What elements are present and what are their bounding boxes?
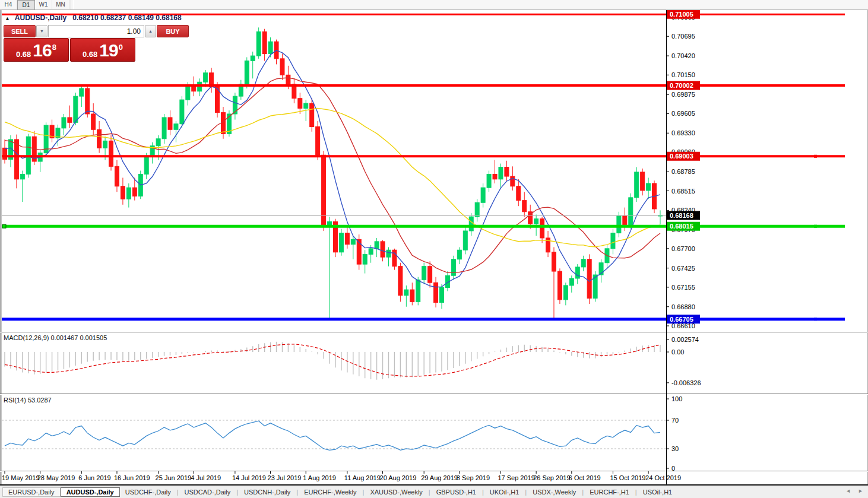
chart-canvas[interactable]: 0.709650.706950.704200.701500.698750.696… bbox=[0, 0, 868, 498]
date-axis-label: 28 May 2019 bbox=[37, 474, 75, 481]
buy-button[interactable]: BUY bbox=[157, 25, 189, 37]
buy-price-pips: 19 bbox=[99, 42, 118, 59]
macd-indicator-label: MACD(12,26,9) 0.001467 0.001505 bbox=[4, 334, 107, 341]
level-line-handle[interactable] bbox=[2, 224, 6, 228]
tab-eurchf-h1[interactable]: EURCHF-,H1 bbox=[584, 488, 635, 496]
toolbar-separator bbox=[71, 0, 74, 9]
trading-platform-window: { "toolbar": { "timeframes": [ {"label":… bbox=[0, 0, 868, 498]
price-axis-label: 0.69875 bbox=[671, 91, 695, 98]
price-axis-label: 0.69605 bbox=[671, 110, 695, 117]
price-badge-label: 0.68168 bbox=[670, 212, 693, 219]
price-axis-label: 0.70420 bbox=[671, 52, 695, 59]
date-axis-label: 29 Aug 2019 bbox=[421, 474, 458, 481]
price-axis-label: 0.70695 bbox=[671, 33, 695, 40]
macd-axis-label: 0.00 bbox=[671, 348, 684, 356]
rsi-axis-label: 30 bbox=[671, 445, 679, 452]
date-axis-label: 25 Jun 2019 bbox=[156, 474, 192, 481]
price-axis-label: 0.70150 bbox=[671, 71, 695, 78]
sell-price-point: 8 bbox=[52, 43, 56, 51]
volume-increase-button[interactable]: ▲ bbox=[145, 25, 156, 37]
price-badge-label: 0.70002 bbox=[670, 82, 693, 89]
level-line-handle[interactable] bbox=[814, 318, 817, 321]
date-axis-label: 17 Sep 2019 bbox=[498, 474, 534, 481]
price-axis-label: 0.67425 bbox=[671, 265, 695, 272]
price-badge-label: 0.71005 bbox=[670, 11, 693, 18]
tab-xauusd-weekly[interactable]: XAUUSD-,Weekly bbox=[365, 488, 427, 496]
date-axis-label: 4 Jul 2019 bbox=[191, 474, 221, 481]
date-axis-label: 19 May 2019 bbox=[2, 474, 40, 481]
sell-price-pips: 16 bbox=[33, 42, 51, 59]
level-line-handle[interactable] bbox=[814, 155, 817, 158]
chart-window-background bbox=[1, 10, 868, 486]
date-axis-label: 14 Jul 2019 bbox=[232, 474, 266, 481]
chart-ohlc-values: 0.68210 0.68237 0.68149 0.68168 bbox=[72, 14, 182, 22]
date-axis-label: 20 Aug 2019 bbox=[380, 474, 417, 481]
tab-gbpusd-h1[interactable]: GBPUSD-,H1 bbox=[431, 488, 481, 496]
symbol-tab-bar: EURUSD-,DailyAUDUSD-,DailyUSDCHF-,Daily|… bbox=[0, 486, 868, 498]
date-axis-label: 26 Sep 2019 bbox=[533, 474, 570, 481]
collapse-triangle-icon[interactable]: ▲ bbox=[5, 15, 10, 21]
tab-scroll-left-icon[interactable]: ◄ bbox=[845, 488, 851, 494]
buy-price-panel[interactable]: 0.68 19 0 bbox=[70, 38, 135, 62]
date-axis-label: 11 Aug 2019 bbox=[344, 474, 381, 481]
tab-ukoil-h1[interactable]: UKOil-,H1 bbox=[484, 488, 525, 496]
tab-usdcad-daily[interactable]: USDCAD-,Daily bbox=[179, 488, 236, 496]
price-axis-label: 0.67700 bbox=[671, 245, 695, 252]
tab-eurchf-weekly[interactable]: EURCHF-,Weekly bbox=[299, 488, 362, 496]
sell-button[interactable]: SELL bbox=[4, 25, 36, 37]
timeframe-button-h4[interactable]: H4 bbox=[0, 0, 17, 9]
timeframe-button-w1[interactable]: W1 bbox=[35, 0, 52, 9]
rsi-axis-label: 100 bbox=[671, 395, 682, 402]
tab-audusd-daily[interactable]: AUDUSD-,Daily bbox=[61, 487, 120, 497]
date-axis-label: 23 Jul 2019 bbox=[268, 474, 302, 481]
price-axis-label: 0.69330 bbox=[671, 129, 695, 137]
rsi-indicator-label: RSI(14) 53.0287 bbox=[4, 397, 52, 404]
tab-scroll-controls: ◄ ► bbox=[845, 488, 863, 494]
sell-price-prefix: 0.68 bbox=[16, 50, 31, 58]
arrow-up-icon: ▲ bbox=[148, 29, 153, 33]
price-axis-label: 0.68515 bbox=[671, 188, 695, 195]
date-axis-label: 8 Sep 2019 bbox=[457, 474, 490, 481]
level-line-handle[interactable] bbox=[814, 225, 817, 228]
tab-usdcnh-daily[interactable]: USDCNH-,Daily bbox=[239, 488, 296, 496]
chart-title: ▲ AUDUSD-,Daily 0.68210 0.68237 0.68149 … bbox=[5, 14, 182, 22]
timeframe-toolbar: H4D1W1MN bbox=[0, 0, 868, 10]
date-axis-label: 16 Jun 2019 bbox=[114, 474, 150, 481]
macd-axis-label: -0.006326 bbox=[671, 379, 701, 386]
date-axis-label: 15 Oct 2019 bbox=[610, 474, 645, 481]
price-badge-label: 0.69003 bbox=[670, 153, 693, 160]
timeframe-button-d1[interactable]: D1 bbox=[17, 0, 35, 10]
date-axis-label: 6 Jun 2019 bbox=[78, 474, 110, 481]
date-axis-label: 1 Aug 2019 bbox=[303, 474, 336, 481]
tab-usdchf-daily[interactable]: USDCHF-,Daily bbox=[120, 488, 176, 496]
macd-axis-label: 0.002574 bbox=[671, 336, 699, 343]
tab-scroll-right-icon[interactable]: ► bbox=[858, 488, 863, 494]
rsi-axis-label: 0 bbox=[671, 465, 675, 472]
volume-input[interactable] bbox=[48, 25, 144, 37]
timeframe-button-mn[interactable]: MN bbox=[52, 0, 69, 9]
price-axis-label: 0.66880 bbox=[671, 303, 695, 310]
price-badge-label: 0.66705 bbox=[670, 316, 693, 323]
date-axis-label: 6 Oct 2019 bbox=[569, 474, 601, 481]
tab-usdx-weekly[interactable]: USDX-,Weekly bbox=[527, 488, 581, 496]
tab-usoil-h1[interactable]: USOil-,H1 bbox=[638, 488, 678, 496]
arrow-down-icon: ▼ bbox=[40, 29, 44, 33]
sell-price-panel[interactable]: 0.68 16 8 bbox=[4, 38, 69, 62]
date-axis-label: 24 Oct 2019 bbox=[645, 474, 681, 481]
volume-decrease-button[interactable]: ▼ bbox=[36, 25, 47, 37]
tab-eurusd-daily[interactable]: EURUSD-,Daily bbox=[2, 487, 61, 497]
buy-price-prefix: 0.68 bbox=[83, 50, 97, 58]
rsi-axis-label: 70 bbox=[671, 417, 679, 424]
chart-symbol-label: AUDUSD-,Daily bbox=[15, 14, 66, 22]
one-click-trading-widget: SELL ▼ ▲ BUY 0.68 16 8 0.68 19 0 bbox=[4, 25, 135, 62]
price-badge-label: 0.68015 bbox=[670, 223, 693, 230]
buy-price-point: 0 bbox=[119, 43, 123, 51]
price-axis-label: 0.67155 bbox=[671, 284, 695, 291]
price-axis-label: 0.68785 bbox=[671, 168, 695, 175]
